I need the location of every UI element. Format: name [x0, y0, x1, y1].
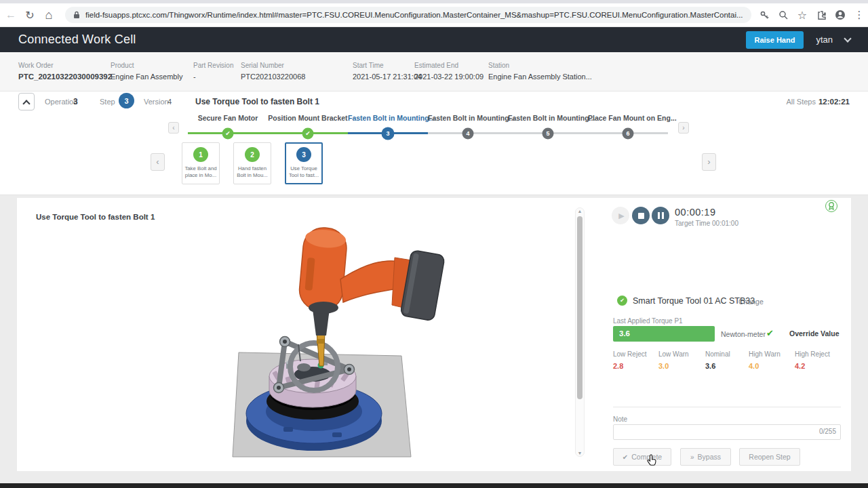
lock-icon — [73, 11, 80, 19]
operation-value: 3 — [73, 97, 78, 106]
timeline-step-3[interactable]: Fasten Bolt in Mounting... 3 — [348, 114, 428, 140]
complete-button[interactable]: ✔Complete — [613, 448, 671, 466]
reopen-step-button[interactable]: Reopen Step — [739, 448, 800, 466]
substep-card-3[interactable]: 3 Use Torque Tool to fast... — [285, 142, 323, 184]
scrollbar-thumb[interactable] — [577, 216, 583, 399]
limit-low-reject: Low Reject 2.8 — [613, 350, 646, 370]
url-text: field-fsuapps.ptcxc.com/Thingworx/Runtim… — [85, 11, 743, 19]
reload-icon[interactable]: ↻ — [20, 9, 39, 22]
step-title: Use Torque Tool to fasten Bolt 1 — [195, 97, 319, 106]
timeline-step-1[interactable]: Secure Fan Motor ✔ — [188, 114, 268, 140]
profile-icon[interactable] — [833, 7, 848, 22]
substep-card-2[interactable]: 2 Hand fasten Bolt in Mou... — [233, 142, 271, 184]
menu-dots-icon[interactable]: ⋮ — [852, 7, 867, 22]
timeline-step-4[interactable]: Fasten Bolt in Mounting... 4 — [428, 114, 508, 140]
step-timeline: Secure Fan Motor ✔ Position Mount Bracke… — [188, 114, 668, 140]
torque-ok-check-icon: ✔ — [766, 328, 774, 338]
scroll-down-icon[interactable]: ▼ — [576, 451, 584, 455]
substep-cards: 1 Take Bolt and place in Mo... 2 Hand fa… — [182, 142, 323, 184]
version-value: 4 — [167, 98, 172, 106]
info-field-serial-number: Serial Number PTC202103220068 — [241, 62, 305, 81]
tool-connected-check-icon: ✔ — [617, 296, 627, 306]
bottom-edge-bar — [0, 483, 868, 488]
pause-button[interactable] — [652, 207, 669, 224]
tool-name: Smart Torque Tool 01 AC STB33 — [633, 296, 755, 306]
info-field-start-time: Start Time 2021-05-17 21:31:04 — [353, 62, 422, 81]
content-scrollbar[interactable]: ▲ ▼ — [575, 207, 585, 457]
check-icon: ✔ — [222, 127, 234, 139]
play-button[interactable]: ▶ — [612, 207, 629, 224]
extensions-icon[interactable] — [814, 7, 829, 22]
instruction-title: Use Torque Tool to fasten Bolt 1 — [36, 213, 155, 221]
step-number-badge: 3 — [119, 93, 134, 108]
main-panel: Use Torque Tool to fasten Bolt 1 — [17, 198, 851, 471]
operation-bar: Operation 3 Step 3 Version 4 Use Torque … — [0, 92, 868, 112]
pause-icon — [658, 212, 664, 219]
collapse-button[interactable] — [18, 93, 35, 110]
all-steps-timer: All Steps12:02:21 — [787, 98, 850, 106]
check-icon: ✔ — [302, 127, 314, 139]
step-label: Step — [100, 98, 115, 106]
torque-label: Last Applied Torque P1 — [613, 317, 683, 325]
stop-button[interactable] — [632, 207, 650, 224]
certification-badge-icon[interactable] — [825, 200, 837, 212]
substep-card-1[interactable]: 1 Take Bolt and place in Mo... — [182, 142, 220, 184]
limit-high-reject: High Reject 4.2 — [795, 350, 830, 370]
timeline-step-2[interactable]: Position Mount Bracket ✔ — [268, 114, 348, 140]
info-field-estimated-end: Estimated End 2021-03-22 19:00:09 — [414, 62, 484, 81]
raise-hand-button[interactable]: Raise Hand — [746, 31, 804, 49]
app-header: Connected Work Cell Raise Hand ytan — [0, 27, 868, 52]
chevron-up-icon — [22, 100, 30, 107]
target-time: Target Time 00:01:00 — [675, 220, 738, 227]
timeline-step-5[interactable]: Fasten Bolt in Mounting... 5 — [508, 114, 588, 140]
limit-nominal: Nominal 3.6 — [705, 350, 730, 370]
scroll-up-icon[interactable]: ▲ — [576, 209, 584, 214]
check-icon: ✔ — [623, 453, 628, 461]
user-menu[interactable]: ytan — [816, 35, 833, 45]
home-icon[interactable]: ⌂ — [39, 8, 58, 22]
search-icon[interactable] — [776, 7, 791, 22]
steps-section: Operation 3 Step 3 Version 4 Use Torque … — [0, 92, 868, 195]
work-order-info-bar: Work Order PTC_20210322030009392 Product… — [0, 52, 868, 92]
double-chevron-icon: » — [690, 453, 694, 461]
torque-unit: Newton-meter — [721, 330, 766, 338]
address-bar[interactable]: field-fsuapps.ptcxc.com/Thingworx/Runtim… — [65, 7, 751, 23]
info-field-work-order: Work Order PTC_20210322030009392 — [18, 62, 112, 81]
step-timer: 00:00:19 — [675, 207, 715, 218]
note-char-counter: 0/255 — [819, 428, 836, 435]
back-icon[interactable]: ← — [1, 9, 20, 21]
timeline-prev-button[interactable]: ‹ — [168, 122, 179, 134]
divider — [613, 407, 841, 407]
change-tool-link[interactable]: Change — [738, 298, 764, 306]
bypass-button[interactable]: »Bypass — [680, 448, 731, 466]
star-icon[interactable]: ☆ — [795, 7, 810, 22]
limit-high-warn: High Warn 4.0 — [749, 350, 781, 370]
page-title: Connected Work Cell — [18, 33, 136, 47]
timeline-next-button[interactable]: › — [678, 122, 689, 134]
timeline-step-6[interactable]: Place Fan Mount on Eng... 6 — [588, 114, 668, 140]
info-field-station: Station Engine Fan Assembly Station... — [488, 62, 592, 81]
torque-value-box: 3.6 — [613, 326, 715, 342]
chevron-down-icon[interactable] — [844, 35, 851, 42]
note-input[interactable] — [613, 424, 841, 440]
info-field-product: Product Engine Fan Assembly — [111, 62, 182, 81]
version-label: Version — [144, 98, 169, 106]
substeps-next-button[interactable]: › — [702, 153, 716, 171]
browser-toolbar: ← ↻ ⌂ field-fsuapps.ptcxc.com/Thingworx/… — [0, 3, 868, 27]
substeps-prev-button[interactable]: ‹ — [151, 153, 165, 171]
limit-low-warn: Low Warn 3.0 — [658, 350, 689, 370]
note-label: Note — [613, 415, 627, 423]
execution-panel: ▶ 00:00:19 Target Time 00:01:00 ✔ Smart … — [604, 198, 851, 471]
override-value-link[interactable]: Override Value — [789, 329, 840, 338]
stop-icon — [638, 213, 644, 219]
key-icon[interactable] — [757, 7, 772, 22]
work-instruction-3d-view[interactable] — [224, 224, 454, 461]
info-field-part-revision: Part Revision - — [193, 62, 233, 81]
